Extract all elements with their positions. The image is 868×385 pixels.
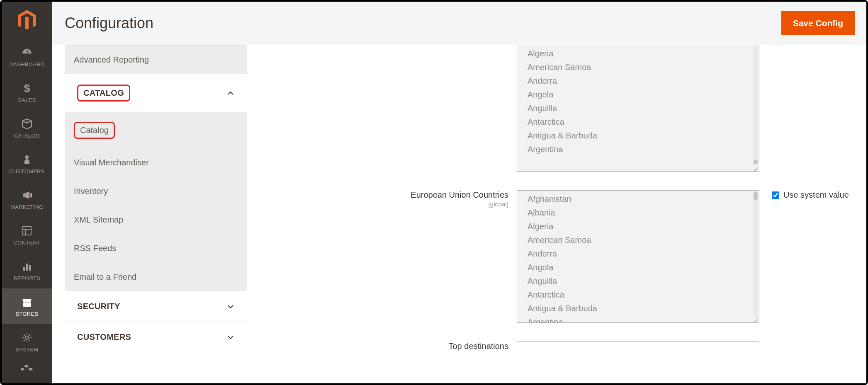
dollar-icon: $ <box>21 82 33 94</box>
multiselect-option[interactable]: Andorra <box>517 247 759 261</box>
sidebar-item-advanced-reporting[interactable]: Advanced Reporting <box>65 45 247 74</box>
save-config-button[interactable]: Save Config <box>781 11 855 35</box>
nav-customers[interactable]: CUSTOMERS <box>2 146 52 182</box>
sidebar-item-xml-sitemap[interactable]: XML Sitemap <box>65 206 247 234</box>
multiselect-option[interactable]: Antigua & Barbuda <box>517 302 759 315</box>
sidebar-item-visual-merchandiser[interactable]: Visual Merchandiser <box>65 148 247 177</box>
multiselect-option[interactable]: American Samoa <box>517 233 759 247</box>
chevron-up-icon <box>227 90 234 97</box>
label-text: Top destinations <box>448 341 508 351</box>
svg-rect-2 <box>23 227 31 235</box>
checkbox-label: Use system value <box>783 190 849 200</box>
storefront-icon <box>21 296 33 308</box>
multiselect-option[interactable]: Antarctica <box>517 115 759 129</box>
sidebar-label: CUSTOMERS <box>77 332 131 342</box>
checkbox-input[interactable] <box>772 191 779 199</box>
chevron-down-icon <box>227 334 234 341</box>
nav-content[interactable]: CONTENT <box>2 217 52 253</box>
multiselect-option[interactable]: Albania <box>517 206 759 220</box>
config-sidebar: Advanced Reporting CATALOG Catalog Visua… <box>65 45 247 383</box>
nav-catalog[interactable]: CATALOG <box>2 110 52 146</box>
nav-marketing[interactable]: MARKETING <box>2 182 52 217</box>
multiselect-option[interactable]: Afghanistan <box>517 192 759 206</box>
nav-reports[interactable]: REPORTS <box>2 253 52 288</box>
nav-partners[interactable] <box>2 360 52 376</box>
sidebar-section-customers[interactable]: CUSTOMERS <box>65 322 247 352</box>
sidebar-item-email-friend[interactable]: Email to a Friend <box>65 263 247 291</box>
sidebar-item-inventory[interactable]: Inventory <box>65 177 247 206</box>
multiselect-option[interactable]: Algeria <box>517 47 759 61</box>
nav-sales[interactable]: $ SALES <box>2 75 52 110</box>
field-label-eu-countries: European Union Countries [global] <box>247 190 517 208</box>
box-icon <box>21 118 33 130</box>
form-area: AlgeriaAmerican SamoaAndorraAngolaAnguil… <box>247 45 866 383</box>
page-title: Configuration <box>65 15 153 32</box>
multiselect-option[interactable]: American Samoa <box>517 61 759 74</box>
field-label-top-destinations: Top destinations <box>247 341 517 351</box>
multiselect-option[interactable]: Argentina <box>517 143 759 156</box>
top-destinations-select[interactable] <box>517 341 759 346</box>
svg-text:$: $ <box>24 82 30 94</box>
nav-stores[interactable]: STORES <box>2 288 52 324</box>
person-icon <box>21 153 33 166</box>
sidebar-label: SECURITY <box>77 302 120 311</box>
country-multiselect-upper[interactable]: AlgeriaAmerican SamoaAndorraAngolaAnguil… <box>517 45 759 172</box>
topbar: Configuration Save Config <box>52 2 866 45</box>
svg-rect-6 <box>26 264 28 271</box>
sidebar-item-rss-feeds[interactable]: RSS Feeds <box>65 234 247 263</box>
svg-point-1 <box>25 155 29 159</box>
sidebar-label-highlighted: Catalog <box>74 122 115 139</box>
sidebar-label: Advanced Reporting <box>74 55 149 64</box>
nav-system[interactable]: SYSTEM <box>2 324 52 360</box>
chevron-down-icon <box>227 303 234 310</box>
gauge-icon <box>21 46 33 59</box>
gear-icon <box>21 332 33 344</box>
multiselect-option[interactable]: Anguilla <box>517 274 759 288</box>
nav-dashboard[interactable]: DASHBOARD <box>2 39 52 75</box>
use-system-value-checkbox[interactable]: Use system value <box>772 190 849 200</box>
barchart-icon <box>21 260 33 273</box>
scrollbar[interactable] <box>753 46 758 165</box>
blocks-icon <box>21 363 33 375</box>
sidebar-label: XML Sitemap <box>74 215 123 224</box>
scrollbar[interactable] <box>753 191 758 317</box>
scope-text: [global] <box>247 201 508 208</box>
sidebar-label: Inventory <box>74 186 108 196</box>
eu-countries-multiselect[interactable]: AfghanistanAlbaniaAlgeriaAmerican SamoaA… <box>517 190 759 323</box>
sidebar-label: Email to a Friend <box>74 272 136 281</box>
label-text: European Union Countries <box>411 190 508 199</box>
svg-rect-7 <box>29 265 31 271</box>
multiselect-option[interactable]: Antarctica <box>517 288 759 302</box>
multiselect-option[interactable]: Anguilla <box>517 102 759 115</box>
multiselect-option[interactable]: Angola <box>517 88 759 102</box>
sidebar-label: Visual Merchandiser <box>74 158 149 167</box>
sidebar-label-highlighted: CATALOG <box>77 85 130 102</box>
multiselect-option[interactable]: Argentina <box>517 315 759 323</box>
resize-handle[interactable] <box>753 165 759 171</box>
multiselect-option[interactable]: Andorra <box>517 74 759 88</box>
svg-point-8 <box>25 336 29 339</box>
resize-handle[interactable] <box>753 317 759 322</box>
sidebar-item-catalog[interactable]: Catalog <box>65 112 247 148</box>
scrollbar-thumb[interactable] <box>754 160 758 164</box>
multiselect-option[interactable]: Angola <box>517 261 759 274</box>
admin-leftnav: DASHBOARD $ SALES CATALOG CUSTOMERS MARK… <box>2 2 52 383</box>
multiselect-option[interactable]: Antigua & Barbuda <box>517 129 759 143</box>
sidebar-section-catalog[interactable]: CATALOG <box>65 74 247 112</box>
svg-rect-5 <box>23 267 25 271</box>
scrollbar-thumb[interactable] <box>754 192 758 200</box>
layout-icon <box>21 225 33 237</box>
megaphone-icon <box>21 189 33 201</box>
multiselect-option[interactable]: Algeria <box>517 220 759 233</box>
sidebar-section-security[interactable]: SECURITY <box>65 291 247 322</box>
magento-logo[interactable] <box>2 2 52 39</box>
sidebar-label: RSS Feeds <box>74 244 116 253</box>
